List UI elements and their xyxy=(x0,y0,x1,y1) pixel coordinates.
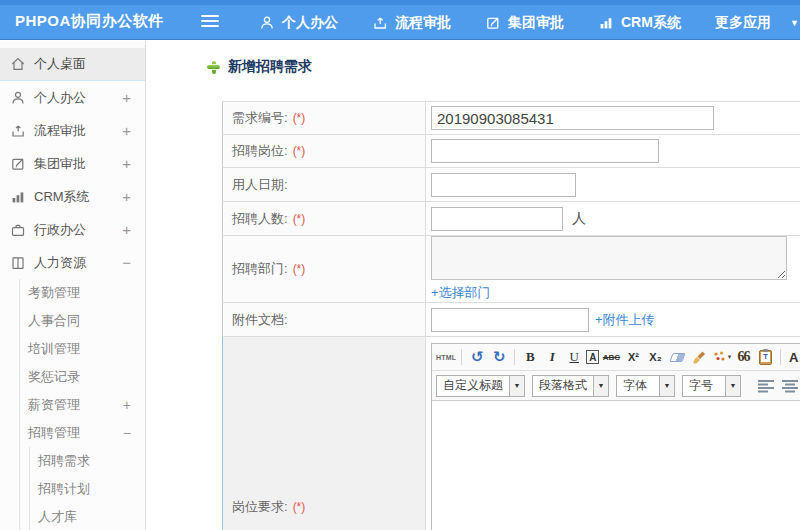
sidebar-item-attendance-mgmt[interactable]: 考勤管理 xyxy=(20,279,145,307)
font-style-button[interactable]: A xyxy=(586,350,599,364)
caret-down-icon: ▼ xyxy=(659,376,674,396)
demand-number-input[interactable] xyxy=(431,106,714,130)
sidebar-item-label: 人事合同 xyxy=(28,312,80,330)
nav-personal-office[interactable]: 个人办公 xyxy=(242,14,355,32)
expand-icon[interactable]: + xyxy=(122,123,131,138)
editor-toolbar-row1: HTML ↺ ↻ B I U A ABC X² X₂ xyxy=(432,344,800,370)
custom-heading-dropdown[interactable]: 自定义标题 ▼ xyxy=(436,375,525,397)
expand-icon[interactable]: + xyxy=(122,90,131,105)
main-content: 新增招聘需求 需求编号: (*) 招聘岗位: (*) 用人日期: xyxy=(147,41,800,530)
paragraph-format-dropdown[interactable]: 段落格式 ▼ xyxy=(532,375,609,397)
sidebar-item-recruitment-demand[interactable]: 招聘需求 xyxy=(30,447,145,475)
editor-content-area[interactable] xyxy=(432,400,800,530)
position-input[interactable] xyxy=(431,139,659,163)
subscript-button[interactable]: X₂ xyxy=(645,347,665,367)
bold-button[interactable]: B xyxy=(520,347,540,367)
font-color-button[interactable]: A ▾ xyxy=(786,347,800,367)
sidebar-item-admin-office[interactable]: 行政办公 + xyxy=(0,213,145,246)
sidebar-item-crm-system[interactable]: CRM系统 + xyxy=(0,180,145,213)
field-label: 招聘人数: xyxy=(232,210,288,228)
sidebar-item-reward-punishment[interactable]: 奖惩记录 xyxy=(20,363,145,391)
field-label: 附件文档: xyxy=(232,311,288,329)
sidebar-item-personal-office[interactable]: 个人办公 + xyxy=(0,81,145,114)
superscript-button[interactable]: X² xyxy=(623,347,643,367)
underline-button[interactable]: U xyxy=(564,347,584,367)
nav-group-approval[interactable]: 集团审批 xyxy=(468,14,581,32)
sidebar-item-recruitment-plan[interactable]: 招聘计划 xyxy=(30,475,145,503)
attachment-upload-link[interactable]: +附件上传 xyxy=(595,311,655,329)
expand-icon[interactable]: + xyxy=(123,398,131,412)
attachment-input[interactable] xyxy=(431,308,589,332)
collapse-icon[interactable]: − xyxy=(123,426,131,440)
field-label: 用人日期: xyxy=(232,176,288,194)
sidebar-item-process-approval[interactable]: 流程审批 + xyxy=(0,114,145,147)
color-palette-button[interactable]: ▾ xyxy=(711,347,731,367)
headcount-unit: 人 xyxy=(572,210,586,228)
required-mark: (*) xyxy=(293,500,306,514)
sidebar-item-training-mgmt[interactable]: 培训管理 xyxy=(20,335,145,363)
expand-icon[interactable]: + xyxy=(122,222,131,237)
redo-button[interactable]: ↻ xyxy=(489,347,509,367)
toolbar-separator xyxy=(780,349,781,365)
expand-icon[interactable]: + xyxy=(122,189,131,204)
sidebar-hr-submenu: 考勤管理 人事合同 培训管理 奖惩记录 薪资管理 + 招聘管理 − 招聘需求 招… xyxy=(19,279,145,530)
nav-crm-system[interactable]: CRM系统 xyxy=(581,14,698,32)
field-label: 需求编号: xyxy=(232,109,288,127)
sidebar-item-personal-desktop[interactable]: 个人桌面 xyxy=(0,48,145,81)
nav-process-approval[interactable]: 流程审批 xyxy=(355,14,468,32)
headcount-input[interactable] xyxy=(431,207,563,231)
process-approval-icon xyxy=(372,15,388,31)
italic-button[interactable]: I xyxy=(542,347,562,367)
top-navigation: 个人办公 流程审批 集团审批 CRM系统 更多应用 ▼ xyxy=(242,5,800,40)
toolbar-separator xyxy=(461,349,462,365)
form-row-hire-date: 用人日期: xyxy=(222,168,800,202)
required-mark: (*) xyxy=(293,111,306,125)
font-size-dropdown[interactable]: 字号 ▼ xyxy=(682,375,741,397)
sidebar-item-group-approval[interactable]: 集团审批 + xyxy=(0,147,145,180)
format-brush-button[interactable] xyxy=(689,347,709,367)
sidebar-item-label: 个人办公 xyxy=(34,89,86,107)
department-textarea[interactable] xyxy=(431,236,787,280)
sidebar-item-human-resources[interactable]: 人力资源 − xyxy=(0,246,145,279)
html-source-button[interactable]: HTML xyxy=(436,347,456,367)
user-icon xyxy=(10,90,26,106)
hire-date-input[interactable] xyxy=(431,173,576,197)
page-title: 新增招聘需求 xyxy=(147,41,800,76)
field-label: 招聘岗位: xyxy=(232,142,288,160)
sidebar-item-recruitment-mgmt[interactable]: 招聘管理 − xyxy=(20,419,145,447)
required-mark: (*) xyxy=(293,144,306,158)
sidebar-item-label: 奖惩记录 xyxy=(28,368,80,386)
app-logo: PHPOA协同办公软件 xyxy=(0,8,164,31)
clipboard-icon: T xyxy=(759,350,772,365)
sidebar-item-salary-mgmt[interactable]: 薪资管理 + xyxy=(20,391,145,419)
sidebar-item-label: 培训管理 xyxy=(28,340,80,358)
eraser-icon xyxy=(669,353,685,362)
nav-label: CRM系统 xyxy=(621,14,681,32)
undo-button[interactable]: ↺ xyxy=(467,347,487,367)
sidebar: 个人桌面 个人办公 + 流程审批 + 集团审批 + CRM系统 + 行政办公 + xyxy=(0,41,146,530)
strikethrough-button[interactable]: ABC xyxy=(601,347,621,367)
field-label: 岗位要求: xyxy=(232,498,288,516)
select-department-link[interactable]: +选择部门 xyxy=(431,284,491,302)
bar-chart-icon xyxy=(10,189,26,205)
required-mark: (*) xyxy=(293,262,306,276)
book-icon xyxy=(10,255,26,271)
align-left-button[interactable] xyxy=(758,379,775,393)
sidebar-item-talent-pool[interactable]: 人才库 xyxy=(30,503,145,530)
nav-label: 个人办公 xyxy=(282,14,338,32)
palette-icon xyxy=(712,350,726,364)
expand-icon[interactable]: + xyxy=(122,156,131,171)
sidebar-recruitment-submenu: 招聘需求 招聘计划 人才库 xyxy=(29,447,145,530)
blockquote-button[interactable]: 66 xyxy=(733,347,753,367)
sidebar-item-label: 人才库 xyxy=(38,508,77,526)
collapse-icon[interactable]: − xyxy=(122,255,131,270)
menu-toggle-icon[interactable] xyxy=(201,15,219,28)
paste-as-text-button[interactable]: T xyxy=(755,347,775,367)
sidebar-item-personnel-contract[interactable]: 人事合同 xyxy=(20,307,145,335)
nav-more-apps[interactable]: 更多应用 ▼ xyxy=(698,14,800,32)
nav-label: 流程审批 xyxy=(395,14,451,32)
eraser-button[interactable] xyxy=(667,347,687,367)
align-center-button[interactable] xyxy=(782,379,799,393)
font-family-dropdown[interactable]: 字体 ▼ xyxy=(616,375,675,397)
form-row-requirements: 岗位要求: (*) HTML ↺ ↻ B I U A ABC xyxy=(222,337,800,530)
